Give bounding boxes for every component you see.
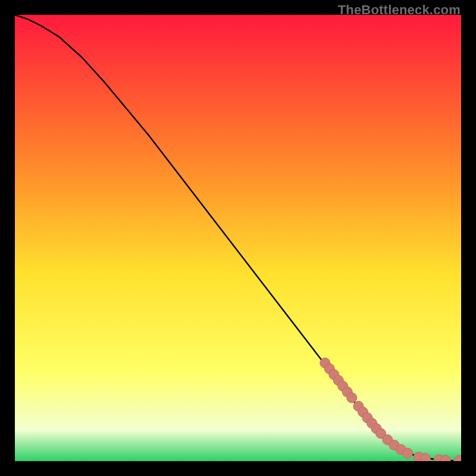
- scatter-dot: [403, 448, 413, 458]
- gradient-background: [15, 15, 461, 461]
- scatter-dot: [421, 453, 431, 461]
- chart-frame: TheBottleneck.com: [0, 0, 476, 476]
- bottleneck-plot: [15, 15, 461, 461]
- scatter-dot: [347, 393, 357, 403]
